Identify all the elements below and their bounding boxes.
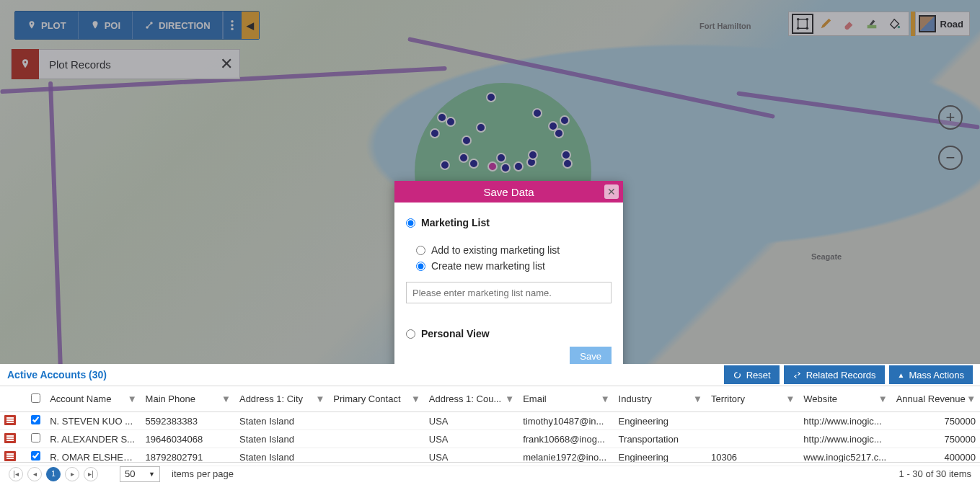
record-icon (4, 415, 16, 425)
add-existing-radio-input[interactable] (416, 246, 425, 255)
modal-close-button[interactable]: ✕ (604, 184, 619, 199)
table-header-row: Account Name▼ Main Phone▼ Address 1: Cit… (0, 386, 980, 412)
pager-last[interactable]: ▸| (84, 467, 98, 481)
col-territory[interactable]: Territory▼ (707, 386, 799, 412)
filter-icon[interactable]: ▼ (878, 393, 888, 404)
marketing-list-label: Marketing List (421, 217, 490, 228)
marketing-list-radio[interactable]: Marketing List (406, 217, 612, 228)
personal-view-label: Personal View (421, 328, 490, 339)
active-accounts-label[interactable]: Active Accounts (30) (7, 369, 107, 381)
related-records-label: Related Records (806, 370, 876, 381)
select-all-checkbox[interactable] (31, 393, 40, 403)
reset-button[interactable]: Reset (724, 365, 780, 384)
pager-current[interactable]: 1 (46, 467, 61, 481)
modal-header: Save Data ✕ (394, 181, 623, 203)
records-panel: Active Accounts (30) Reset Related Recor… (0, 364, 980, 485)
table-row[interactable]: N. STEVEN KUO ... 5592383383 Staten Isla… (0, 412, 980, 430)
row-checkbox[interactable] (31, 451, 40, 460)
filter-icon[interactable]: ▼ (315, 393, 325, 404)
records-table: Account Name▼ Main Phone▼ Address 1: Cit… (0, 386, 980, 466)
close-icon: ✕ (607, 186, 616, 197)
personal-view-radio[interactable]: Personal View (406, 328, 612, 339)
personal-view-radio-input[interactable] (406, 329, 415, 339)
page-size-label: items per page (172, 468, 234, 479)
filter-icon[interactable]: ▼ (693, 393, 702, 404)
page-size-select[interactable]: 50 ▼ (120, 466, 160, 482)
filter-icon[interactable]: ▼ (128, 393, 137, 404)
filter-icon[interactable]: ▼ (785, 393, 795, 404)
col-industry[interactable]: Industry▼ (614, 386, 707, 412)
pager-count: 1 - 30 of 30 items (899, 468, 971, 479)
create-new-radio[interactable]: Create new marketing list (416, 260, 612, 272)
filter-icon[interactable]: ▼ (966, 393, 976, 404)
save-button[interactable]: Save (570, 347, 612, 366)
filter-icon[interactable]: ▼ (505, 393, 514, 404)
row-checkbox[interactable] (31, 433, 40, 442)
related-records-button[interactable]: Related Records (784, 365, 885, 384)
create-new-label: Create new marketing list (431, 260, 545, 272)
marketing-list-name-input[interactable] (406, 282, 612, 303)
col-account-name[interactable]: Account Name▼ (45, 386, 141, 412)
pager-next[interactable]: ▸ (65, 467, 79, 481)
record-icon (4, 451, 16, 461)
pager-first[interactable]: |◂ (9, 467, 23, 481)
col-primary-contact[interactable]: Primary Contact▼ (329, 386, 424, 412)
add-existing-radio[interactable]: Add to existing marketing list (416, 244, 612, 256)
refresh-icon (733, 370, 742, 380)
col-country[interactable]: Address 1: Cou...▼ (425, 386, 518, 412)
chevron-up-icon: ▲ (898, 371, 905, 379)
row-checkbox[interactable] (31, 415, 40, 424)
col-email[interactable]: Email▼ (518, 386, 614, 412)
marketing-list-radio-input[interactable] (406, 218, 415, 228)
filter-icon[interactable]: ▼ (411, 393, 420, 404)
col-annual-revenue[interactable]: Annual Revenue▼ (892, 386, 980, 412)
page-size-value: 50 (125, 468, 135, 479)
table-row[interactable]: R. ALEXANDER S... 19646034068 Staten Isl… (0, 430, 980, 448)
mass-actions-label: Mass Actions (909, 370, 964, 381)
pager: |◂ ◂ 1 ▸ ▸| 50 ▼ items per page 1 - 30 o… (0, 462, 980, 485)
pager-prev[interactable]: ◂ (27, 467, 42, 481)
swap-icon (793, 370, 802, 380)
filter-icon[interactable]: ▼ (601, 393, 610, 404)
create-new-radio-input[interactable] (416, 262, 425, 271)
reset-label: Reset (746, 370, 771, 381)
col-city[interactable]: Address 1: City▼ (235, 386, 329, 412)
add-existing-label: Add to existing marketing list (431, 244, 560, 256)
filter-icon[interactable]: ▼ (221, 393, 231, 404)
mass-actions-button[interactable]: ▲ Mass Actions (889, 365, 974, 384)
col-website[interactable]: Website▼ (799, 386, 891, 412)
save-data-modal: Save Data ✕ Marketing List Add to existi… (394, 181, 623, 378)
col-main-phone[interactable]: Main Phone▼ (141, 386, 235, 412)
modal-title: Save Data (483, 186, 534, 198)
chevron-down-icon: ▼ (149, 471, 155, 478)
record-icon (4, 433, 16, 443)
